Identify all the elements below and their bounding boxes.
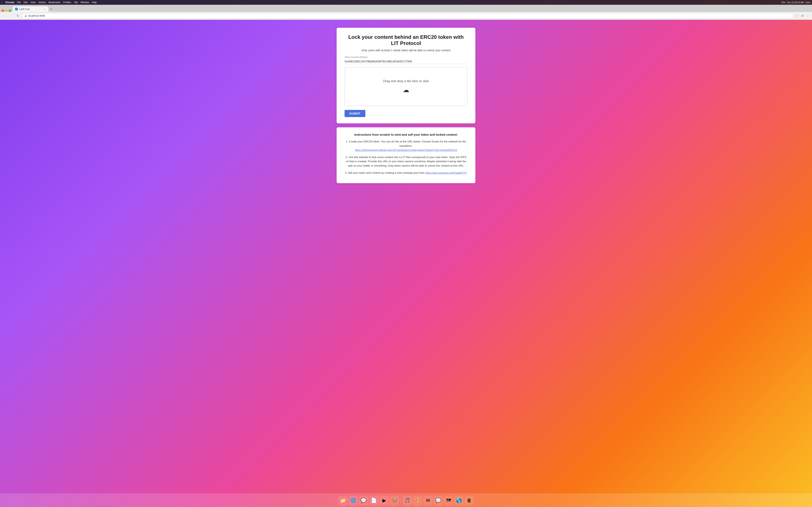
dock-terminal[interactable]: ▶ xyxy=(379,496,389,505)
step-3-suffix: . xyxy=(466,171,467,174)
token-label: Token Contract Address xyxy=(345,56,467,58)
battery-status: 79% xyxy=(781,1,785,4)
ssl-icon: 🔒 xyxy=(24,14,27,17)
menu-file[interactable]: File xyxy=(17,1,21,4)
tab-bar: Lock it up × + xyxy=(0,5,812,12)
token-address-group: Token Contract Address xyxy=(345,56,467,64)
instruction-step-1: 1. Create your ERC20 token. You can do t… xyxy=(345,139,467,152)
page-title: Lock your content behind an ERC20 token … xyxy=(345,34,467,46)
dock-safari[interactable]: 🌎 xyxy=(454,496,464,505)
browser-toolbar: ← → ↻ 🔒 localhost:3000 ☆ ⚙ ⋮ xyxy=(0,12,812,20)
dock-maps[interactable]: 🗺 xyxy=(444,496,453,505)
dropzone-text: Drag and drop a file here or click xyxy=(383,79,429,83)
step-3-text: 3. Sell your token and content by creati… xyxy=(345,171,425,174)
menu-bookmarks[interactable]: Bookmarks xyxy=(49,1,60,4)
main-card: Lock your content behind an ERC20 token … xyxy=(337,28,475,123)
apple-menu[interactable]:  xyxy=(2,1,2,4)
forward-button[interactable]: → xyxy=(8,13,14,19)
dock-spotify[interactable]: 🎵 xyxy=(403,496,412,505)
address-text: localhost:3000 xyxy=(28,14,45,17)
close-window-btn[interactable] xyxy=(2,9,4,12)
new-tab-button[interactable]: + xyxy=(48,6,54,12)
tab-title: Lock it up xyxy=(19,8,30,10)
step-1-text: 1. Create your ERC20 token. You can do t… xyxy=(346,140,466,147)
menu-tab[interactable]: Tab xyxy=(74,1,78,4)
minimize-window-btn[interactable] xyxy=(5,9,7,12)
dock-discord[interactable]: 💬 xyxy=(359,496,368,505)
token-address-input[interactable] xyxy=(345,59,467,64)
toolbar-actions: ☆ ⚙ ⋮ xyxy=(795,13,810,18)
menu-window[interactable]: Window xyxy=(81,1,89,4)
menu-help[interactable]: Help xyxy=(92,1,97,4)
instructions-card: Instructions from scratch to mint and se… xyxy=(337,127,475,183)
tab-favicon xyxy=(15,8,18,10)
submit-button[interactable]: SUBMIT xyxy=(345,110,365,117)
page-subtitle: Only users with at least 1 whole token w… xyxy=(345,49,467,52)
user-name: Chris xyxy=(805,1,810,4)
menu-view[interactable]: View xyxy=(31,1,36,4)
step-3-link[interactable]: https://app.uniswap.org/#/add/ETH xyxy=(425,171,466,174)
dock-github[interactable]: 🐝 xyxy=(390,496,399,505)
dock-trash[interactable]: 🗑 xyxy=(464,496,474,505)
menu-history[interactable]: History xyxy=(39,1,46,4)
instructions-title: Instructions from scratch to mint and se… xyxy=(345,133,467,136)
upload-icon: ☁ xyxy=(403,86,409,94)
menubar:  Chrome File Edit View History Bookmark… xyxy=(0,0,812,5)
step-1-link[interactable]: https://vittominacori.github.io/erc20-ge… xyxy=(355,149,457,152)
browser-chrome: Lock it up × + ← → ↻ 🔒 localhost:3000 ☆ … xyxy=(0,5,812,20)
browser-tab-active[interactable]: Lock it up × xyxy=(13,6,48,12)
instruction-step-2: 2. Use this website to lock some content… xyxy=(345,155,467,168)
dock-chrome[interactable]: 🌐 xyxy=(349,496,358,505)
app-name[interactable]: Chrome xyxy=(5,1,14,4)
menu-edit[interactable]: Edit xyxy=(23,1,28,4)
tab-close-button[interactable]: × xyxy=(43,8,46,10)
step-2-text: 2. Use this website to lock some content… xyxy=(346,156,466,167)
traffic-lights xyxy=(2,9,11,12)
dock: 📁 🌐 💬 📄 ▶ 🐝 🎵 🎨 ✉ 💬 🗺 🌎 🗑 xyxy=(0,494,812,507)
file-dropzone[interactable]: Drag and drop a file here or click ☁ xyxy=(345,67,467,106)
fullscreen-window-btn[interactable] xyxy=(9,9,11,12)
bookmark-button[interactable]: ☆ xyxy=(795,13,799,18)
menu-button[interactable]: ⋮ xyxy=(806,13,810,18)
dock-vscode[interactable]: 📄 xyxy=(369,496,378,505)
address-bar[interactable]: 🔒 localhost:3000 xyxy=(22,13,793,19)
clock: Sun 12:33:24 AM xyxy=(787,1,804,4)
dock-messages[interactable]: 💬 xyxy=(434,496,443,505)
menu-profiles[interactable]: Profiles xyxy=(63,1,71,4)
page-content: Lock your content behind an ERC20 token … xyxy=(0,20,812,494)
dock-photoshop[interactable]: 🎨 xyxy=(413,496,422,505)
dock-finder[interactable]: 📁 xyxy=(338,496,348,505)
instruction-step-3: 3. Sell your token and content by creati… xyxy=(345,171,467,175)
back-button[interactable]: ← xyxy=(2,13,7,19)
refresh-button[interactable]: ↻ xyxy=(15,13,20,19)
extensions-button[interactable]: ⚙ xyxy=(800,13,805,18)
dock-mail[interactable]: ✉ xyxy=(423,496,433,505)
